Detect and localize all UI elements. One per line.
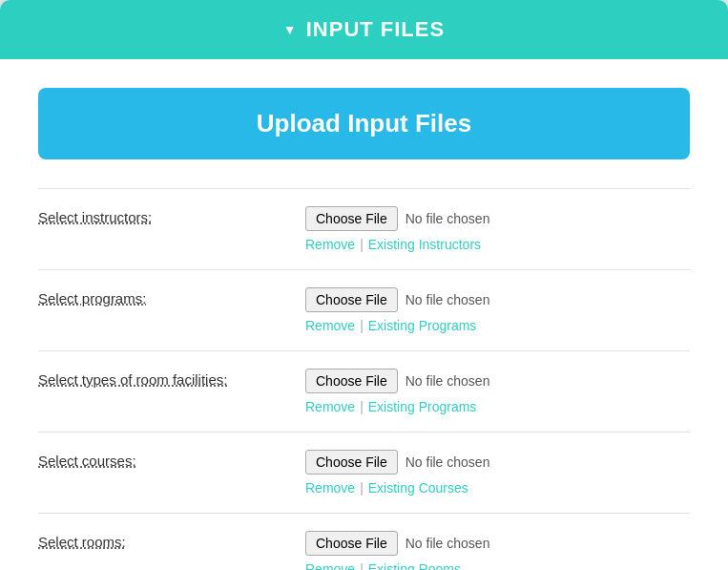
- row-controls-rooms: Choose File No file chosen Remove | Exis…: [305, 531, 690, 570]
- row-label-rooms: Select rooms:: [38, 531, 305, 550]
- card-header: ▼ INPUT FILES: [0, 0, 728, 59]
- remove-link-programs[interactable]: Remove: [305, 318, 355, 333]
- link-row-programs: Remove | Existing Programs: [305, 318, 690, 333]
- separator-courses: |: [360, 480, 364, 496]
- file-row-rooms: Select rooms: Choose File No file chosen…: [38, 513, 690, 570]
- no-file-text-courses: No file chosen: [406, 454, 490, 470]
- no-file-text-room-facilities: No file chosen: [406, 373, 490, 389]
- file-input-row-room-facilities: Choose File No file chosen: [305, 369, 690, 393]
- row-controls-room-facilities: Choose File No file chosen Remove | Exis…: [305, 369, 690, 414]
- row-controls-programs: Choose File No file chosen Remove | Exis…: [305, 287, 690, 333]
- row-controls-instructors: Choose File No file chosen Remove | Exis…: [305, 206, 690, 252]
- file-input-row-programs: Choose File No file chosen: [305, 287, 690, 312]
- row-label-instructors: Select instructors:: [38, 206, 305, 225]
- file-rows-container: Select instructors: Choose File No file …: [38, 188, 690, 570]
- file-row-programs: Select programs: Choose File No file cho…: [38, 269, 690, 350]
- remove-link-instructors[interactable]: Remove: [305, 237, 355, 252]
- upload-input-files-button[interactable]: Upload Input Files: [38, 88, 690, 159]
- remove-link-courses[interactable]: Remove: [305, 480, 355, 496]
- existing-link-courses[interactable]: Existing Courses: [368, 480, 468, 496]
- file-input-row-courses: Choose File No file chosen: [305, 450, 690, 475]
- file-input-row-rooms: Choose File No file chosen: [305, 531, 690, 556]
- collapse-arrow-icon: ▼: [283, 22, 297, 37]
- existing-link-rooms[interactable]: Existing Rooms: [368, 561, 461, 570]
- separator-instructors: |: [360, 237, 364, 252]
- choose-file-button-rooms[interactable]: Choose File: [305, 531, 398, 556]
- file-input-row-instructors: Choose File No file chosen: [305, 206, 690, 231]
- file-row-instructors: Select instructors: Choose File No file …: [38, 188, 690, 269]
- separator-rooms: |: [360, 561, 364, 570]
- row-label-room-facilities: Select types of room facilities:: [38, 369, 305, 388]
- file-row-room-facilities: Select types of room facilities: Choose …: [38, 350, 690, 432]
- link-row-rooms: Remove | Existing Rooms: [305, 561, 690, 570]
- card-body: Upload Input Files Select instructors: C…: [0, 59, 728, 570]
- no-file-text-instructors: No file chosen: [406, 211, 490, 226]
- separator-room-facilities: |: [360, 399, 364, 414]
- choose-file-button-courses[interactable]: Choose File: [305, 450, 398, 475]
- existing-link-instructors[interactable]: Existing Instructors: [368, 237, 481, 252]
- no-file-text-rooms: No file chosen: [406, 536, 490, 551]
- existing-link-room-facilities[interactable]: Existing Programs: [368, 399, 477, 414]
- row-label-programs: Select programs:: [38, 287, 305, 306]
- remove-link-rooms[interactable]: Remove: [305, 561, 355, 570]
- page-title: INPUT FILES: [306, 17, 445, 42]
- choose-file-button-room-facilities[interactable]: Choose File: [305, 369, 398, 393]
- no-file-text-programs: No file chosen: [406, 292, 490, 307]
- file-row-courses: Select courses: Choose File No file chos…: [38, 432, 690, 513]
- remove-link-room-facilities[interactable]: Remove: [305, 399, 355, 414]
- row-controls-courses: Choose File No file chosen Remove | Exis…: [305, 450, 690, 496]
- link-row-instructors: Remove | Existing Instructors: [305, 237, 690, 252]
- existing-link-programs[interactable]: Existing Programs: [368, 318, 477, 333]
- choose-file-button-instructors[interactable]: Choose File: [305, 206, 398, 231]
- link-row-room-facilities: Remove | Existing Programs: [305, 399, 690, 414]
- separator-programs: |: [360, 318, 364, 333]
- row-label-courses: Select courses:: [38, 450, 305, 469]
- link-row-courses: Remove | Existing Courses: [305, 480, 690, 496]
- main-card: ▼ INPUT FILES Upload Input Files Select …: [0, 0, 728, 570]
- choose-file-button-programs[interactable]: Choose File: [305, 287, 398, 312]
